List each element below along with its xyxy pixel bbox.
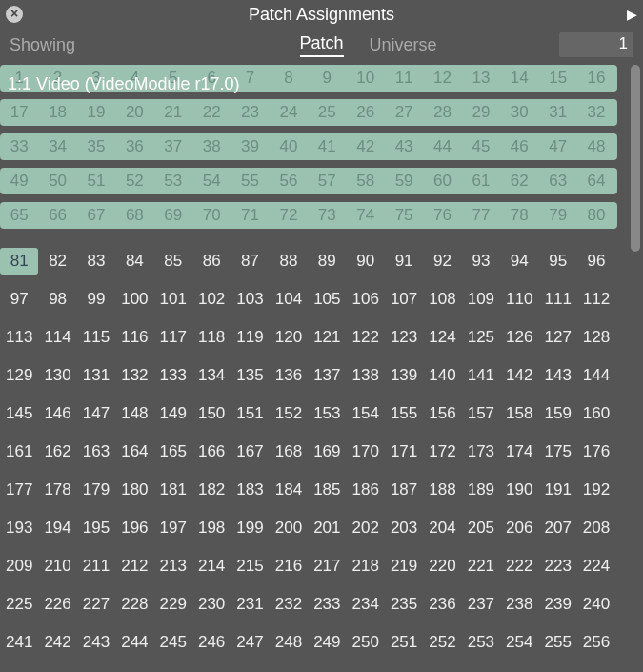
unpatched-slot[interactable]: 216 <box>270 553 308 580</box>
unpatched-slot[interactable]: 246 <box>192 629 231 656</box>
patched-slot[interactable]: 47 <box>538 133 576 160</box>
unpatched-slot[interactable]: 103 <box>231 286 269 313</box>
unpatched-slot[interactable]: 100 <box>115 286 153 313</box>
patched-slot[interactable]: 31 <box>538 99 576 126</box>
patched-slot[interactable]: 9 <box>308 65 346 92</box>
unpatched-slot[interactable]: 114 <box>38 324 76 351</box>
patched-slot[interactable]: 56 <box>270 168 308 194</box>
unpatched-slot[interactable]: 84 <box>115 248 153 275</box>
patched-slot[interactable]: 33 <box>0 133 38 160</box>
unpatched-slot[interactable]: 243 <box>77 629 115 656</box>
patched-slot[interactable]: 14 <box>500 65 538 92</box>
unpatched-slot[interactable]: 202 <box>347 515 385 541</box>
patched-slot[interactable]: 40 <box>270 133 308 160</box>
patched-slot[interactable]: 32 <box>577 99 615 126</box>
patched-slot[interactable]: 38 <box>192 133 231 160</box>
unpatched-slot[interactable]: 198 <box>192 515 231 541</box>
patched-slot[interactable]: 66 <box>38 202 76 229</box>
unpatched-slot[interactable]: 183 <box>231 477 269 503</box>
unpatched-slot[interactable]: 113 <box>0 324 38 351</box>
unpatched-slot[interactable]: 211 <box>77 553 115 580</box>
unpatched-slot[interactable]: 182 <box>192 477 231 503</box>
unpatched-slot[interactable]: 110 <box>500 286 538 313</box>
unpatched-slot[interactable]: 131 <box>77 362 115 389</box>
patched-slot[interactable]: 78 <box>500 202 538 229</box>
unpatched-slot[interactable]: 140 <box>423 362 461 389</box>
unpatched-slot[interactable]: 89 <box>308 248 346 275</box>
unpatched-slot[interactable]: 177 <box>0 477 38 503</box>
unpatched-slot[interactable]: 196 <box>115 515 153 541</box>
unpatched-slot[interactable]: 108 <box>423 286 461 313</box>
unpatched-slot[interactable]: 88 <box>270 248 308 275</box>
unpatched-slot[interactable]: 119 <box>231 324 269 351</box>
patched-slot[interactable]: 58 <box>347 168 385 194</box>
patched-slot[interactable]: 63 <box>538 168 576 194</box>
unpatched-slot[interactable]: 235 <box>385 591 423 618</box>
patched-slot[interactable]: 30 <box>500 99 538 126</box>
patched-slot[interactable]: 60 <box>423 168 461 194</box>
unpatched-slot[interactable]: 133 <box>154 362 192 389</box>
unpatched-slot[interactable]: 115 <box>77 324 115 351</box>
unpatched-slot[interactable]: 142 <box>500 362 538 389</box>
unpatched-slot[interactable]: 85 <box>154 248 192 275</box>
universe-input[interactable]: 1 <box>559 32 633 57</box>
unpatched-slot[interactable]: 209 <box>0 553 38 580</box>
patched-slot[interactable]: 65 <box>0 202 38 229</box>
unpatched-slot[interactable]: 205 <box>462 515 500 541</box>
unpatched-slot[interactable]: 161 <box>0 438 38 465</box>
unpatched-slot[interactable]: 120 <box>270 324 308 351</box>
unpatched-slot[interactable]: 171 <box>385 438 423 465</box>
patched-slot[interactable]: 54 <box>192 168 231 194</box>
unpatched-slot[interactable]: 164 <box>115 438 153 465</box>
patched-slot[interactable]: 35 <box>77 133 115 160</box>
unpatched-slot[interactable]: 197 <box>154 515 192 541</box>
unpatched-slot[interactable]: 135 <box>231 362 269 389</box>
patched-slot[interactable]: 24 <box>270 99 308 126</box>
unpatched-slot[interactable]: 106 <box>347 286 385 313</box>
unpatched-slot[interactable]: 168 <box>270 438 308 465</box>
patched-slot[interactable]: 45 <box>462 133 500 160</box>
unpatched-slot[interactable]: 229 <box>154 591 192 618</box>
patched-slot[interactable]: 16 <box>577 65 615 92</box>
unpatched-slot[interactable]: 152 <box>270 400 308 427</box>
unpatched-slot[interactable]: 204 <box>423 515 461 541</box>
patched-slot[interactable]: 44 <box>423 133 461 160</box>
unpatched-slot[interactable]: 163 <box>77 438 115 465</box>
unpatched-slot[interactable]: 145 <box>0 400 38 427</box>
unpatched-slot[interactable]: 90 <box>347 248 385 275</box>
unpatched-slot[interactable]: 218 <box>347 553 385 580</box>
patched-slot[interactable]: 64 <box>577 168 615 194</box>
unpatched-slot[interactable]: 109 <box>462 286 500 313</box>
unpatched-slot[interactable]: 86 <box>192 248 231 275</box>
unpatched-slot[interactable]: 112 <box>577 286 615 313</box>
unpatched-slot[interactable]: 215 <box>231 553 269 580</box>
unpatched-slot[interactable]: 146 <box>38 400 76 427</box>
unpatched-slot[interactable]: 208 <box>577 515 615 541</box>
scrollbar-thumb[interactable] <box>631 65 640 252</box>
patched-slot[interactable]: 74 <box>347 202 385 229</box>
unpatched-slot[interactable]: 222 <box>500 553 538 580</box>
unpatched-slot[interactable]: 200 <box>270 515 308 541</box>
patched-slot[interactable]: 23 <box>231 99 269 126</box>
unpatched-slot[interactable]: 107 <box>385 286 423 313</box>
unpatched-slot[interactable]: 192 <box>577 477 615 503</box>
unpatched-slot[interactable]: 94 <box>500 248 538 275</box>
unpatched-slot[interactable]: 207 <box>538 515 576 541</box>
patched-slot[interactable]: 72 <box>270 202 308 229</box>
patched-slot[interactable]: 13 <box>462 65 500 92</box>
unpatched-slot[interactable]: 158 <box>500 400 538 427</box>
patched-slot[interactable]: 15 <box>538 65 576 92</box>
patched-slot[interactable]: 77 <box>462 202 500 229</box>
unpatched-slot[interactable]: 157 <box>462 400 500 427</box>
patched-slot[interactable]: 22 <box>192 99 231 126</box>
patched-slot[interactable]: 55 <box>231 168 269 194</box>
play-button[interactable]: ▶ <box>627 7 637 22</box>
unpatched-slot[interactable]: 96 <box>577 248 615 275</box>
unpatched-slot[interactable]: 248 <box>270 629 308 656</box>
patched-slot[interactable]: 62 <box>500 168 538 194</box>
unpatched-slot[interactable]: 130 <box>38 362 76 389</box>
unpatched-slot[interactable]: 213 <box>154 553 192 580</box>
unpatched-slot[interactable]: 165 <box>154 438 192 465</box>
unpatched-slot[interactable]: 238 <box>500 591 538 618</box>
unpatched-slot[interactable]: 256 <box>577 629 615 656</box>
